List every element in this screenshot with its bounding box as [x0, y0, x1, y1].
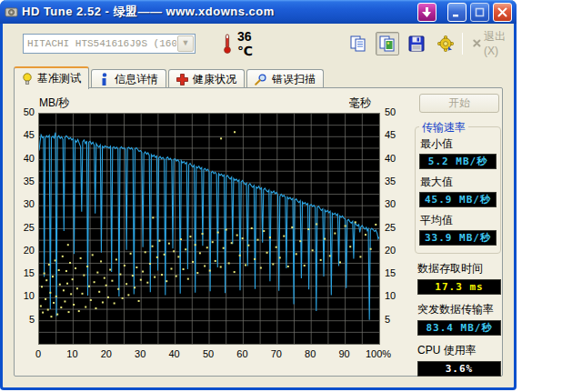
- max-value-label: 最大值: [420, 175, 497, 190]
- close-button[interactable]: [493, 3, 512, 22]
- plot-area: [38, 113, 380, 345]
- chart-canvas: [39, 114, 379, 344]
- y-axis-tick-left: 5: [15, 314, 35, 325]
- y-axis-tick-right: 40: [385, 153, 408, 164]
- benchmark-tab-page: MB/秒 毫秒 50504545404035353030252520201515…: [14, 87, 503, 377]
- chevron-down-icon: ▼: [182, 39, 190, 47]
- maximize-button[interactable]: [470, 3, 489, 22]
- avg-value-label: 平均值: [420, 213, 497, 228]
- tab-benchmark-label: 基准测试: [37, 71, 81, 86]
- x-axis-tick: 0: [35, 348, 41, 359]
- benchmark-chart: MB/秒 毫秒 50504545404035353030252520201515…: [15, 88, 413, 376]
- thermometer-icon: [223, 34, 232, 54]
- download-button[interactable]: [417, 3, 436, 22]
- drive-select[interactable]: HITACHI HTS541616J9S (160 GB) ▼: [23, 34, 196, 54]
- y-axis-tick-right: 50: [385, 106, 408, 117]
- x-axis-tick: 70: [271, 348, 282, 359]
- burst-rate-label: 突发数据传输率: [417, 302, 501, 317]
- x-axis-tick: 50: [203, 348, 214, 359]
- x-axis-tick: 30: [135, 348, 146, 359]
- app-icon: [5, 5, 18, 19]
- window-title: HD Tune 2.52 - 绿盟—— www.xdowns.com: [22, 4, 414, 20]
- avg-value-display: 33.9 MB/秒: [419, 230, 497, 246]
- y-axis-tick-right: 5: [385, 314, 408, 325]
- x-axis-tick: 80: [305, 348, 316, 359]
- save-screenshot-button[interactable]: [405, 32, 428, 55]
- tab-health[interactable]: 健康状况: [168, 69, 245, 88]
- cpu-usage-display: 3.6%: [417, 361, 501, 377]
- y-axis-tick-left: 45: [15, 129, 35, 140]
- max-value-display: 45.9 MB/秒: [419, 192, 497, 207]
- info-icon: [99, 73, 110, 85]
- results-panel: 开始 传输速率 最小值 5.2 MB/秒 最大值 45.9 MB/秒 平均值 3…: [415, 94, 511, 377]
- tab-error-scan[interactable]: 错误扫描: [246, 69, 324, 88]
- min-value-display: 5.2 MB/秒: [419, 154, 497, 169]
- copy-screenshot-button[interactable]: [376, 32, 399, 55]
- y-axis-tick-left: 50: [15, 106, 35, 117]
- y-axis-tick-right: 45: [385, 129, 408, 140]
- copy-icon: [349, 35, 367, 53]
- drive-select-arrow[interactable]: ▼: [177, 35, 194, 52]
- transfer-rate-group-title: 传输速率: [419, 120, 468, 136]
- cpu-usage-label: CPU 使用率: [417, 343, 501, 358]
- x-axis-tick: 20: [101, 348, 112, 359]
- y-axis-tick-left: 10: [15, 290, 35, 301]
- exit-button[interactable]: 退出(X): [473, 29, 508, 57]
- tab-info-label: 信息详情: [115, 72, 158, 87]
- toolbar-separator: [462, 33, 463, 55]
- x-axis-tick: 10: [66, 348, 77, 359]
- access-time-display: 17.3 ms: [417, 279, 501, 295]
- copy-text-button[interactable]: [346, 32, 370, 55]
- minimize-button[interactable]: [447, 3, 467, 22]
- min-value-label: 最小值: [420, 136, 497, 152]
- exit-label: 退出(X): [484, 29, 508, 57]
- options-icon: [436, 35, 455, 53]
- y-axis-tick-left: 20: [15, 245, 35, 256]
- tab-benchmark[interactable]: 基准测试: [14, 66, 89, 89]
- transfer-rate-groupbox: 传输速率 最小值 5.2 MB/秒 最大值 45.9 MB/秒 平均值 33.9…: [415, 126, 501, 254]
- start-button[interactable]: 开始: [419, 94, 499, 113]
- tab-error-scan-label: 错误扫描: [272, 72, 316, 87]
- x-axis-tick: 60: [236, 348, 247, 359]
- y-axis-tick-right: 15: [385, 267, 408, 278]
- extra-results: 数据存取时间 17.3 ms 突发数据传输率 83.4 MB/秒 CPU 使用率…: [417, 261, 501, 377]
- tab-health-label: 健康状况: [193, 72, 236, 87]
- hd-tune-window: HD Tune 2.52 - 绿盟—— www.xdowns.com HI: [0, 0, 517, 390]
- y-axis-tick-right: 25: [385, 222, 408, 233]
- maximize-icon: [475, 7, 485, 17]
- download-arrow-icon: [422, 7, 432, 17]
- x-axis-tick: 90: [338, 348, 349, 359]
- y-axis-tick-left: 40: [15, 153, 35, 164]
- y-axis-tick-right: 35: [385, 176, 408, 186]
- y-axis-tick-left: 35: [15, 176, 35, 186]
- y-axis-tick-right: 10: [385, 290, 408, 301]
- y-axis-tick-right: 20: [385, 245, 408, 256]
- save-icon: [407, 35, 426, 53]
- bulb-icon: [22, 73, 33, 85]
- minimize-icon: [452, 7, 462, 17]
- close-icon: [497, 7, 507, 17]
- x-axis-tick: 100%: [366, 348, 391, 359]
- x-axis-tick: 40: [168, 348, 179, 359]
- y-axis-tick-left: 15: [15, 267, 35, 278]
- scan-icon: [255, 74, 267, 85]
- access-time-label: 数据存取时间: [417, 261, 501, 276]
- health-icon: [176, 74, 188, 85]
- y-axis-tick-right: 30: [385, 198, 408, 209]
- tab-info[interactable]: 信息详情: [91, 69, 166, 88]
- y-axis-tick-left: 30: [15, 198, 35, 209]
- desktop: HD Tune 2.52 - 绿盟—— www.xdowns.com HI: [0, 0, 582, 392]
- copy-image-icon: [378, 35, 396, 53]
- exit-x-icon: [473, 37, 481, 49]
- drive-select-value: HITACHI HTS541616J9S (160 GB): [24, 38, 176, 49]
- tab-bar: 基准测试 信息详情 健康状况 错误扫描: [14, 65, 326, 88]
- options-button[interactable]: [434, 32, 457, 55]
- temperature-value: 36 ℃: [237, 29, 256, 58]
- y-axis-tick-left: 25: [15, 222, 35, 233]
- burst-rate-display: 83.4 MB/秒: [417, 320, 501, 336]
- y-axis-left-unit: MB/秒: [39, 95, 69, 111]
- toolbar: HITACHI HTS541616J9S (160 GB) ▼ 36 ℃: [3, 21, 514, 65]
- y-axis-right-unit: 毫秒: [349, 95, 371, 111]
